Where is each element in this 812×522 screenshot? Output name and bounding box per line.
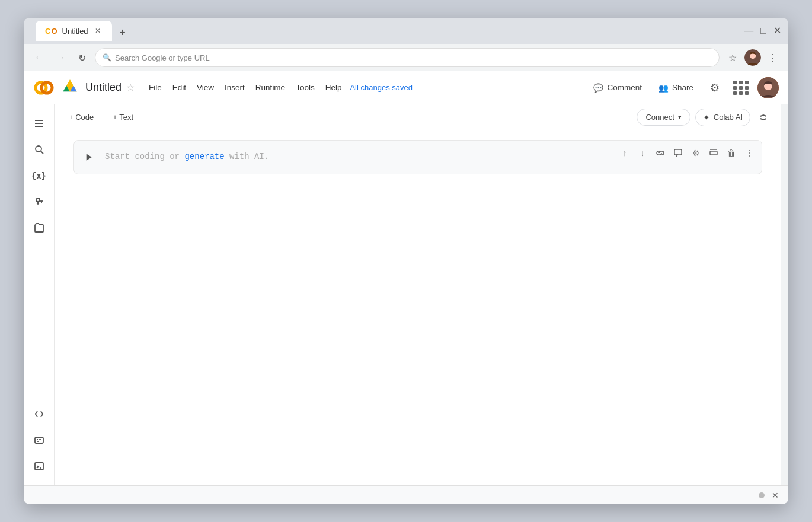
sidebar: {x} bbox=[24, 104, 55, 485]
share-label: Share bbox=[672, 83, 693, 92]
app-header: Untitled ☆ File Edit View Insert Runtime… bbox=[24, 71, 788, 104]
sidebar-terminal-button[interactable] bbox=[27, 454, 51, 478]
address-bar[interactable]: 🔍 Search Google or type URL bbox=[95, 48, 720, 67]
chrome-menu-button[interactable]: ⋮ bbox=[765, 49, 781, 66]
menu-edit[interactable]: Edit bbox=[168, 81, 191, 94]
bottom-bar: ✕ bbox=[24, 485, 788, 504]
svg-line-11 bbox=[41, 151, 43, 154]
share-icon: 👥 bbox=[658, 83, 669, 93]
tab-colab-icon: CO bbox=[45, 27, 57, 36]
cell-placeholder-after: with AI. bbox=[225, 152, 270, 161]
google-drive-icon bbox=[62, 78, 78, 97]
browser-tab[interactable]: CO Untitled ✕ bbox=[36, 21, 112, 41]
maximize-button[interactable]: □ bbox=[760, 26, 766, 36]
menu-insert[interactable]: Insert bbox=[220, 81, 250, 94]
svg-point-12 bbox=[36, 198, 40, 202]
menu-tools[interactable]: Tools bbox=[291, 81, 319, 94]
menu-runtime[interactable]: Runtime bbox=[251, 81, 290, 94]
address-text: Search Google or type URL bbox=[115, 53, 210, 62]
generate-link[interactable]: generate bbox=[184, 152, 224, 161]
code-cell: ↑ ↓ bbox=[73, 140, 762, 174]
profile-avatar[interactable] bbox=[757, 77, 779, 98]
doc-title-area: Untitled ☆ bbox=[85, 81, 135, 94]
notebook-content: ↑ ↓ bbox=[55, 130, 781, 485]
connect-button[interactable]: Connect ▾ bbox=[637, 109, 690, 126]
browser-window: CO Untitled ✕ + — □ ✕ ← → ↻ 🔍 Search Goo… bbox=[24, 18, 788, 504]
sidebar-secrets-button[interactable] bbox=[27, 190, 51, 214]
more-cell-options-button[interactable]: ⋮ bbox=[741, 145, 757, 161]
sidebar-top: {x} bbox=[27, 112, 51, 400]
comment-button[interactable]: 💬 Comment bbox=[589, 79, 647, 96]
toolbar-right: Connect ▾ ✦ Colab AI bbox=[637, 109, 772, 126]
colab-logo[interactable] bbox=[33, 77, 55, 98]
sidebar-variables-button[interactable]: {x} bbox=[27, 164, 51, 187]
save-status[interactable]: All changes saved bbox=[350, 83, 413, 92]
share-button[interactable]: 👥 Share bbox=[654, 79, 698, 96]
forward-button[interactable]: → bbox=[52, 49, 69, 66]
add-text-button[interactable]: + Text bbox=[108, 110, 138, 124]
scrollbar[interactable] bbox=[781, 104, 788, 485]
comment-icon: 💬 bbox=[593, 83, 603, 93]
star-button[interactable]: ☆ bbox=[126, 82, 135, 93]
connect-label: Connect bbox=[645, 113, 674, 122]
comment-label: Comment bbox=[607, 83, 642, 92]
comment-cell-button[interactable] bbox=[670, 145, 686, 161]
menu-help[interactable]: Help bbox=[321, 81, 347, 94]
svg-rect-22 bbox=[710, 151, 717, 155]
search-icon: 🔍 bbox=[103, 53, 111, 62]
apps-grid-button[interactable] bbox=[731, 78, 750, 97]
main-area: {x} bbox=[24, 104, 788, 485]
cell-placeholder-before: Start coding or bbox=[105, 152, 184, 161]
link-button[interactable] bbox=[653, 145, 668, 161]
sidebar-search-button[interactable] bbox=[27, 138, 51, 161]
apps-grid-icon bbox=[733, 81, 749, 95]
sidebar-snippets-button[interactable] bbox=[27, 402, 51, 426]
navigation-bar: ← → ↻ 🔍 Search Google or type URL ☆ ⋮ bbox=[24, 44, 788, 71]
colab-ai-button[interactable]: ✦ Colab AI bbox=[695, 109, 750, 126]
sidebar-bottom bbox=[27, 402, 51, 478]
window-controls: — □ ✕ bbox=[744, 26, 781, 36]
cell-expand-button[interactable] bbox=[706, 145, 721, 161]
settings-button[interactable]: ⚙ bbox=[705, 78, 724, 97]
cell-settings-button[interactable]: ⚙ bbox=[688, 145, 704, 161]
sidebar-toc-button[interactable] bbox=[27, 112, 51, 135]
nav-right-buttons: ☆ ⋮ bbox=[724, 49, 781, 66]
add-code-button[interactable]: + Code bbox=[64, 110, 98, 124]
menu-bar: File Edit View Insert Runtime Tools Help… bbox=[144, 81, 413, 94]
connect-dropdown-icon: ▾ bbox=[678, 113, 682, 121]
menu-view[interactable]: View bbox=[192, 81, 219, 94]
move-down-button[interactable]: ↓ bbox=[635, 145, 650, 161]
close-button[interactable]: ✕ bbox=[773, 26, 781, 36]
add-text-label: + Text bbox=[113, 113, 133, 122]
notebook-area: + Code + Text Connect ▾ ✦ Colab AI bbox=[55, 104, 781, 485]
move-up-button[interactable]: ↑ bbox=[617, 145, 632, 161]
tab-title: Untitled bbox=[62, 27, 88, 36]
svg-point-10 bbox=[36, 146, 41, 152]
delete-cell-button[interactable]: 🗑 bbox=[724, 145, 739, 161]
svg-rect-21 bbox=[674, 149, 682, 155]
run-cell-button[interactable] bbox=[79, 148, 98, 167]
profile-avatar-small[interactable] bbox=[744, 49, 761, 66]
colab-ai-sparkle-icon: ✦ bbox=[703, 113, 710, 122]
svg-rect-15 bbox=[35, 437, 43, 443]
tab-close-button[interactable]: ✕ bbox=[93, 26, 103, 36]
sidebar-files-button[interactable] bbox=[27, 216, 51, 240]
sidebar-command-palette-button[interactable] bbox=[27, 428, 51, 452]
collapse-button[interactable] bbox=[755, 109, 772, 126]
bottom-close-button[interactable]: ✕ bbox=[772, 491, 779, 500]
status-dot bbox=[759, 492, 765, 498]
cell-toolbar: ↑ ↓ bbox=[617, 145, 757, 161]
add-cell-buttons: + Code + Text bbox=[64, 110, 138, 124]
title-bar: CO Untitled ✕ + — □ ✕ bbox=[24, 18, 788, 44]
menu-file[interactable]: File bbox=[144, 81, 167, 94]
header-right: 💬 Comment 👥 Share ⚙ bbox=[589, 77, 779, 98]
notebook-toolbar: + Code + Text Connect ▾ ✦ Colab AI bbox=[55, 104, 781, 130]
svg-rect-19 bbox=[35, 463, 43, 470]
minimize-button[interactable]: — bbox=[744, 26, 753, 36]
document-title[interactable]: Untitled bbox=[85, 81, 122, 94]
new-tab-button[interactable]: + bbox=[114, 24, 131, 41]
bookmark-button[interactable]: ☆ bbox=[724, 49, 741, 66]
back-button[interactable]: ← bbox=[31, 49, 47, 66]
reload-button[interactable]: ↻ bbox=[73, 49, 90, 66]
tab-bar: CO Untitled ✕ + bbox=[31, 21, 739, 41]
